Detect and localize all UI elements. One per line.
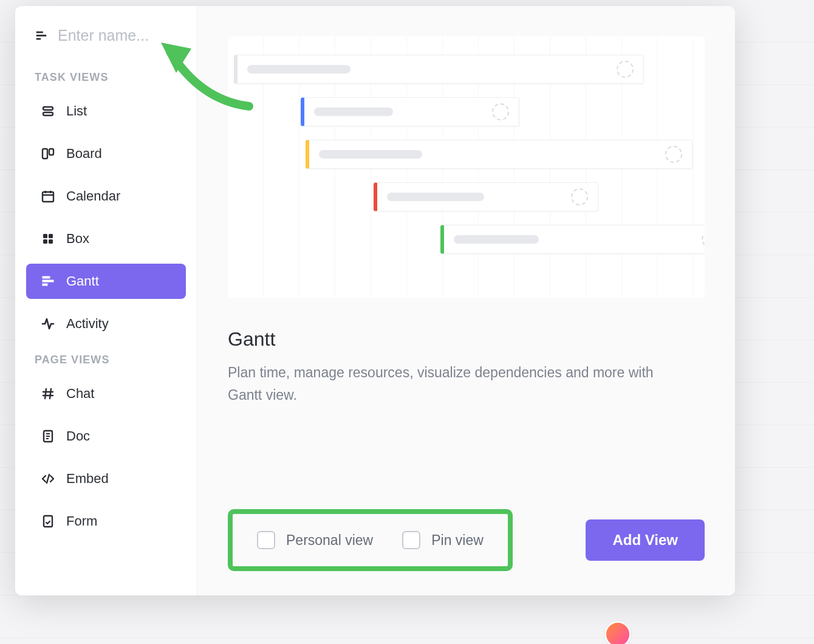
svg-rect-12 [49, 234, 53, 238]
svg-rect-16 [43, 280, 53, 282]
list-icon [41, 104, 55, 118]
detail-title: Gantt [228, 328, 705, 351]
hash-icon [41, 386, 55, 401]
view-item-doc[interactable]: Doc [26, 419, 186, 454]
view-item-gantt[interactable]: Gantt [26, 264, 186, 299]
svg-rect-22 [44, 516, 52, 527]
view-item-label: Embed [66, 471, 109, 487]
view-picker-sidebar: TASK VIEWS List Board Calendar Box Gantt… [15, 6, 197, 595]
svg-rect-13 [43, 239, 47, 244]
view-detail-pane: Gantt Plan time, manage resources, visua… [197, 6, 735, 595]
svg-rect-15 [43, 276, 50, 278]
section-page-views: PAGE VIEWS [15, 345, 197, 372]
pin-view-checkbox[interactable]: Pin view [402, 531, 484, 549]
svg-rect-3 [43, 107, 53, 110]
checkbox-label: Pin view [431, 532, 484, 549]
svg-rect-17 [43, 284, 47, 286]
view-item-label: Board [66, 146, 102, 162]
view-item-chat[interactable]: Chat [26, 376, 186, 411]
view-item-list[interactable]: List [26, 94, 186, 129]
detail-description: Plan time, manage resources, visualize d… [228, 361, 689, 406]
personal-view-checkbox[interactable]: Personal view [257, 531, 373, 549]
view-item-label: Gantt [66, 273, 99, 289]
view-item-embed[interactable]: Embed [26, 461, 186, 496]
svg-rect-2 [36, 38, 41, 39]
doc-icon [41, 429, 55, 444]
svg-rect-11 [43, 234, 47, 238]
annotation-highlight: Personal view Pin view [228, 509, 513, 571]
board-icon [41, 146, 55, 161]
view-name-input[interactable] [58, 27, 182, 44]
view-item-box[interactable]: Box [26, 221, 186, 256]
svg-rect-6 [49, 149, 53, 155]
form-icon [41, 514, 55, 529]
gantt-icon [41, 274, 55, 289]
view-item-label: Box [66, 231, 89, 247]
view-item-form[interactable]: Form [26, 504, 186, 539]
svg-rect-7 [43, 192, 53, 202]
add-view-button[interactable]: Add View [586, 519, 705, 561]
gantt-icon [35, 29, 48, 43]
svg-rect-5 [43, 149, 47, 159]
checkbox-icon [402, 531, 420, 549]
gantt-illustration [228, 36, 705, 298]
detail-footer: Personal view Pin view Add View [228, 509, 705, 571]
checkbox-label: Personal view [286, 532, 373, 549]
view-item-calendar[interactable]: Calendar [26, 179, 186, 214]
activity-icon [41, 317, 55, 331]
avatar [604, 621, 631, 644]
svg-rect-0 [36, 31, 43, 33]
add-view-popover: TASK VIEWS List Board Calendar Box Gantt… [15, 6, 735, 595]
view-item-label: List [66, 103, 87, 119]
embed-icon [41, 471, 55, 486]
view-item-label: Activity [66, 316, 109, 332]
view-item-label: Doc [66, 428, 90, 444]
svg-rect-14 [49, 239, 53, 244]
view-item-label: Calendar [66, 188, 120, 204]
svg-rect-1 [36, 35, 47, 36]
checkbox-icon [257, 531, 275, 549]
section-task-views: TASK VIEWS [15, 63, 197, 90]
svg-rect-4 [43, 112, 53, 115]
calendar-icon [41, 189, 55, 204]
view-item-label: Chat [66, 386, 94, 402]
box-icon [41, 231, 55, 246]
view-item-label: Form [66, 513, 97, 529]
view-item-board[interactable]: Board [26, 136, 186, 171]
view-item-activity[interactable]: Activity [26, 306, 186, 341]
